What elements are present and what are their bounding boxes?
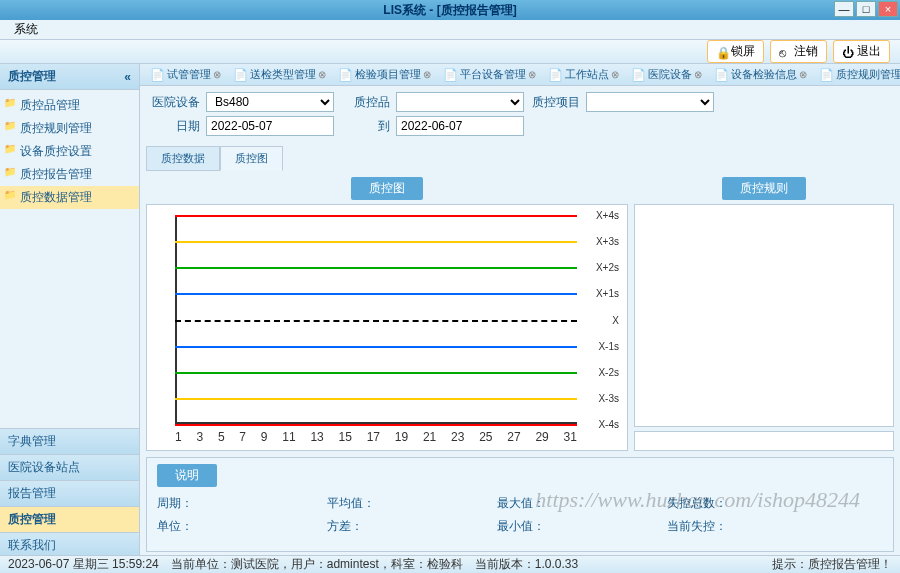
sidebar-item[interactable]: 质控报告管理	[0, 163, 139, 186]
chart-level-label: X+4s	[596, 210, 619, 221]
chart-level-line: X+3s	[175, 241, 577, 243]
tab[interactable]: 📄工作站点 ⊗	[542, 64, 625, 85]
chart-level-line: X-2s	[175, 372, 577, 374]
device-select[interactable]: Bs480	[206, 92, 334, 112]
x-tick: 19	[395, 430, 408, 444]
label-device: 医院设备	[150, 94, 200, 111]
stat-variance: 方差：	[327, 518, 477, 535]
qc-select[interactable]	[396, 92, 524, 112]
label-qc: 质控品	[340, 94, 390, 111]
x-tick: 17	[367, 430, 380, 444]
menu-system[interactable]: 系统	[6, 19, 46, 40]
collapse-icon[interactable]: «	[124, 70, 131, 84]
chart-level-line: X	[175, 320, 577, 322]
toolbar: 🔒锁屏 ⎋注销 ⏻退出	[0, 40, 900, 64]
chart-level-label: X	[612, 315, 619, 326]
tab[interactable]: 📄医院设备 ⊗	[625, 64, 708, 85]
date-from-input[interactable]	[206, 116, 334, 136]
chart-level-line: X-3s	[175, 398, 577, 400]
rule-title: 质控规则	[722, 177, 806, 200]
x-tick: 31	[564, 430, 577, 444]
sub-tabs: 质控数据 质控图	[140, 146, 900, 171]
exit-icon: ⏻	[842, 46, 854, 58]
chart-level-label: X-2s	[598, 367, 619, 378]
label-to: 到	[340, 118, 390, 135]
tab-close-icon[interactable]: ⊗	[611, 69, 619, 80]
logout-icon: ⎋	[779, 46, 791, 58]
sidebar-item[interactable]: 质控品管理	[0, 94, 139, 117]
label-project: 质控项目	[530, 94, 580, 111]
tab-close-icon[interactable]: ⊗	[423, 69, 431, 80]
sidebar-header: 质控管理 «	[0, 64, 139, 90]
rule-input[interactable]	[634, 431, 894, 451]
sidebar-category[interactable]: 医院设备站点	[0, 454, 139, 480]
status-right: 提示：质控报告管理！	[772, 556, 892, 573]
chart-level-line: X+1s	[175, 293, 577, 295]
tab[interactable]: 📄平台设备管理 ⊗	[437, 64, 542, 85]
app-title: LIS系统 - [质控报告管理]	[383, 2, 516, 19]
chart-level-label: X+2s	[596, 262, 619, 273]
qc-chart: X+4sX+3sX+2sX+1sXX-1sX-2sX-3sX-4s 135791…	[146, 204, 628, 451]
x-tick: 25	[479, 430, 492, 444]
chart-level-label: X+3s	[596, 236, 619, 247]
chart-level-line: X+2s	[175, 267, 577, 269]
date-to-input[interactable]	[396, 116, 524, 136]
tab[interactable]: 📄试管管理 ⊗	[144, 64, 227, 85]
x-tick: 9	[261, 430, 268, 444]
chart-level-label: X-3s	[598, 393, 619, 404]
close-button[interactable]: ×	[878, 1, 898, 17]
x-tick: 11	[282, 430, 295, 444]
x-tick: 3	[196, 430, 203, 444]
sidebar-item[interactable]: 设备质控设置	[0, 140, 139, 163]
stat-unit: 单位：	[157, 518, 307, 535]
tab[interactable]: 📄质控规则管理 ⊗	[813, 64, 900, 85]
explain-panel: 说明 周期： 平均值： 最大值： 失控总数： 单位： 方差： 最小值： 当前失控…	[146, 457, 894, 552]
x-tick: 15	[339, 430, 352, 444]
explain-title: 说明	[157, 464, 217, 487]
exit-button[interactable]: ⏻退出	[833, 40, 890, 63]
chart-level-line: X-4s	[175, 424, 577, 426]
x-tick: 21	[423, 430, 436, 444]
sidebar-item[interactable]: 质控数据管理	[0, 186, 139, 209]
minimize-button[interactable]: —	[834, 1, 854, 17]
x-tick: 7	[239, 430, 246, 444]
lock-icon: 🔒	[716, 46, 728, 58]
sidebar: 质控管理 « 质控品管理质控规则管理设备质控设置质控报告管理质控数据管理 字典管…	[0, 64, 140, 558]
tab-close-icon[interactable]: ⊗	[213, 69, 221, 80]
tab-close-icon[interactable]: ⊗	[694, 69, 702, 80]
subtab-data[interactable]: 质控数据	[146, 146, 220, 171]
chart-title: 质控图	[351, 177, 423, 200]
tab-close-icon[interactable]: ⊗	[318, 69, 326, 80]
logout-button[interactable]: ⎋注销	[770, 40, 827, 63]
x-tick: 5	[218, 430, 225, 444]
chart-level-label: X+1s	[596, 288, 619, 299]
tab-close-icon[interactable]: ⊗	[528, 69, 536, 80]
stat-mean: 平均值：	[327, 495, 477, 512]
title-bar: LIS系统 - [质控报告管理] — □ ×	[0, 0, 900, 20]
tab[interactable]: 📄设备检验信息 ⊗	[708, 64, 813, 85]
stat-fail-total: 失控总数：	[667, 495, 817, 512]
sidebar-item[interactable]: 质控规则管理	[0, 117, 139, 140]
chart-level-line: X-1s	[175, 346, 577, 348]
status-bar: 2023-06-07 星期三 15:59:24 当前单位：测试医院，用户：adm…	[0, 555, 900, 573]
menu-bar: 系统	[0, 20, 900, 40]
tab-close-icon[interactable]: ⊗	[799, 69, 807, 80]
rule-list[interactable]	[634, 204, 894, 427]
tab[interactable]: 📄检验项目管理 ⊗	[332, 64, 437, 85]
x-tick: 23	[451, 430, 464, 444]
chart-level-label: X-4s	[598, 419, 619, 430]
tab[interactable]: 📄送检类型管理 ⊗	[227, 64, 332, 85]
stat-max: 最大值：	[497, 495, 647, 512]
stat-min: 最小值：	[497, 518, 647, 535]
filter-panel: 医院设备 Bs480 质控品 质控项目 日期 到	[140, 86, 900, 146]
maximize-button[interactable]: □	[856, 1, 876, 17]
sidebar-category[interactable]: 质控管理	[0, 506, 139, 532]
subtab-chart[interactable]: 质控图	[220, 146, 283, 171]
project-select[interactable]	[586, 92, 714, 112]
label-date: 日期	[150, 118, 200, 135]
chart-level-label: X-1s	[598, 341, 619, 352]
stat-period: 周期：	[157, 495, 307, 512]
sidebar-category[interactable]: 报告管理	[0, 480, 139, 506]
sidebar-category[interactable]: 字典管理	[0, 428, 139, 454]
lock-button[interactable]: 🔒锁屏	[707, 40, 764, 63]
